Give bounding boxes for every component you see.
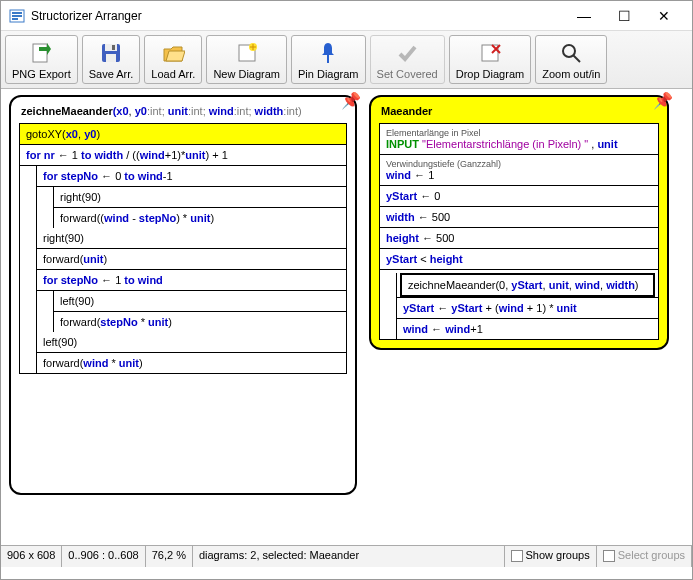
show-groups-checkbox[interactable]: Show groups (505, 546, 597, 567)
statusbar: 906 x 608 0..906 : 0..608 76,2 % diagram… (1, 545, 692, 567)
export-icon (28, 40, 54, 66)
svg-rect-2 (12, 15, 22, 17)
close-button[interactable]: ✕ (644, 2, 684, 30)
zoom-button[interactable]: Zoom out/in (535, 35, 607, 84)
stmt-update-ystart[interactable]: yStart ← yStart + (wind + 1) * unit (397, 297, 658, 319)
png-export-button[interactable]: PNG Export (5, 35, 78, 84)
stmt-forward1[interactable]: forward((wind - stepNo) * unit) (54, 208, 346, 228)
stmt-gotoxy[interactable]: gotoXY(x0, y0) (20, 124, 346, 145)
status-range: 0..906 : 0..608 (62, 546, 145, 567)
label: Set Covered (377, 68, 438, 80)
drop-icon (477, 40, 503, 66)
pin-diagram-button[interactable]: Pin Diagram (291, 35, 366, 84)
svg-rect-3 (12, 18, 18, 20)
stmt-left90[interactable]: left(90) (54, 291, 346, 312)
stmt-wind[interactable]: Verwindungstiefe (Ganzzahl) wind ← 1 (380, 155, 658, 186)
diagram-zeichnemaeander[interactable]: 📌 zeichneMaeander(x0, y0:int; unit:int; … (9, 95, 357, 495)
app-icon (9, 8, 25, 24)
label: Drop Diagram (456, 68, 524, 80)
diagram-header: Maeander (371, 97, 667, 123)
while-cond[interactable]: yStart < height (380, 249, 658, 270)
window-title: Structorizer Arranger (31, 9, 564, 23)
stmt-right90[interactable]: right(90) (54, 187, 346, 208)
stmt-forward4[interactable]: forward(wind * unit) (37, 353, 346, 373)
status-dims: 906 x 608 (1, 546, 62, 567)
drop-diagram-button[interactable]: Drop Diagram (449, 35, 531, 84)
maximize-button[interactable]: ☐ (604, 2, 644, 30)
set-covered-button[interactable]: Set Covered (370, 35, 445, 84)
save-icon (98, 40, 124, 66)
label: PNG Export (12, 68, 71, 80)
stmt-input[interactable]: Elementarlänge in Pixel INPUT "Elementar… (380, 124, 658, 155)
stmt-ystart[interactable]: yStart ← 0 (380, 186, 658, 207)
for-stepno-1[interactable]: for stepNo ← 0 to wind-1 (37, 166, 346, 187)
diagram-maeander[interactable]: 📌 Maeander Elementarlänge in Pixel INPUT… (369, 95, 669, 350)
stmt-call[interactable]: zeichneMaeander(0, yStart, unit, wind, w… (402, 275, 653, 295)
label: Save Arr. (89, 68, 134, 80)
diagram-body: Elementarlänge in Pixel INPUT "Elementar… (379, 123, 659, 340)
select-groups-checkbox[interactable]: Select groups (597, 546, 692, 567)
arranger-canvas[interactable]: 📌 zeichneMaeander(x0, y0:int; unit:int; … (1, 89, 692, 533)
stmt-inc-wind[interactable]: wind ← wind+1 (397, 319, 658, 339)
for-nr[interactable]: for nr ← 1 to width / ((wind+1)*unit) + … (20, 145, 346, 166)
for-stepno-2[interactable]: for stepNo ← 1 to wind (37, 270, 346, 291)
pin-icon: 📌 (341, 91, 361, 110)
toolbar: PNG Export Save Arr. Load Arr. New Diagr… (1, 31, 692, 89)
stmt-left90-2[interactable]: left(90) (37, 332, 346, 353)
svg-rect-1 (12, 12, 22, 14)
stmt-width[interactable]: width ← 500 (380, 207, 658, 228)
label: Pin Diagram (298, 68, 359, 80)
stmt-forward-unit[interactable]: forward(unit) (37, 249, 346, 270)
svg-line-14 (573, 55, 580, 62)
diagram-header: zeichneMaeander(x0, y0:int; unit:int; wi… (11, 97, 355, 123)
new-diagram-button[interactable]: New Diagram (206, 35, 287, 84)
label: Load Arr. (151, 68, 195, 80)
stmt-height[interactable]: height ← 500 (380, 228, 658, 249)
svg-rect-4 (33, 44, 47, 62)
zoom-icon (558, 40, 584, 66)
status-zoom: 76,2 % (146, 546, 193, 567)
stmt-right90-2[interactable]: right(90) (37, 228, 346, 249)
label: New Diagram (213, 68, 280, 80)
stmt-forward3[interactable]: forward(stepNo * unit) (54, 312, 346, 332)
pin-icon: 📌 (653, 91, 673, 110)
pin-icon (315, 40, 341, 66)
minimize-button[interactable]: — (564, 2, 604, 30)
new-icon (234, 40, 260, 66)
svg-rect-11 (327, 55, 329, 63)
diagram-body: gotoXY(x0, y0) for nr ← 1 to width / ((w… (19, 123, 347, 374)
titlebar: Structorizer Arranger — ☐ ✕ (1, 1, 692, 31)
status-info: diagrams: 2, selected: Maeander (193, 546, 505, 567)
load-arr-button[interactable]: Load Arr. (144, 35, 202, 84)
label: Zoom out/in (542, 68, 600, 80)
covered-icon (394, 40, 420, 66)
save-arr-button[interactable]: Save Arr. (82, 35, 141, 84)
open-icon (160, 40, 186, 66)
svg-rect-6 (105, 44, 117, 51)
svg-rect-7 (106, 54, 116, 62)
svg-rect-8 (112, 45, 115, 50)
